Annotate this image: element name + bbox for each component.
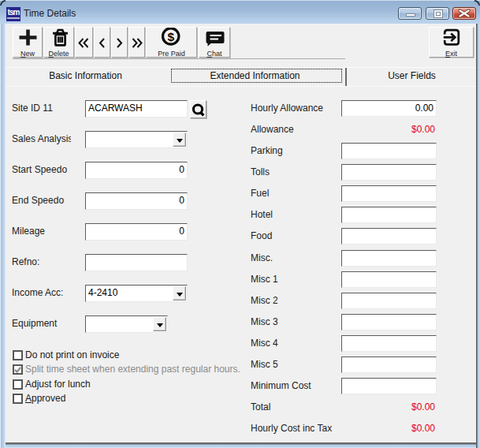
- svg-text:$: $: [167, 30, 174, 43]
